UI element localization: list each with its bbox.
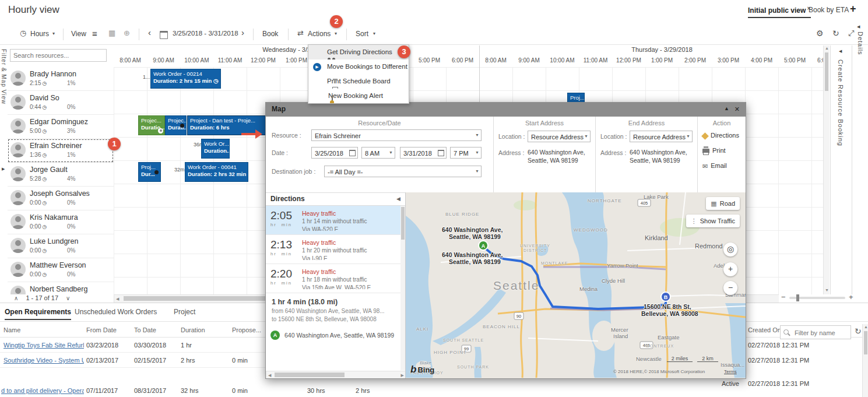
col-header-created-on[interactable]: Created On <box>748 326 781 333</box>
scroll-left-icon[interactable]: ◀ <box>116 297 119 301</box>
tab-initial-public-view[interactable]: Initial public view✕ <box>748 6 811 18</box>
requirement-link[interactable]: d to and pilot delivery - Operati... <box>1 387 84 394</box>
directions-button[interactable]: Directions <box>702 132 739 139</box>
hours-dropdown[interactable]: Hours <box>30 30 49 38</box>
map-canvas[interactable]: 405 90 99 405 A B Lake ParkNORTHGATEBLUE… <box>406 192 746 378</box>
tab-unscheduled-work-orders[interactable]: Unscheduled Work Orders <box>75 308 157 316</box>
route-option[interactable]: 2:05hr min Heavy traffic 1 hr 14 min wit… <box>266 206 405 235</box>
locate-me-button[interactable]: ◎ <box>723 243 737 257</box>
refresh-icon[interactable]: ↻ <box>832 29 839 38</box>
directions-scrollbar[interactable] <box>400 206 405 370</box>
email-button[interactable]: ✉Email <box>702 162 727 170</box>
directions-hscrollbar[interactable]: ◀ ▶ <box>266 371 406 378</box>
fullscreen-icon[interactable]: ⤢ <box>848 29 854 38</box>
search-resources-input[interactable] <box>10 49 107 62</box>
resource-row[interactable]: Norbert Sandberg ◷ <box>8 282 114 294</box>
scroll-up-icon[interactable]: ▲ <box>864 325 868 329</box>
book-button[interactable]: Book <box>262 30 278 38</box>
col-header-duration[interactable]: Duration <box>181 326 205 333</box>
close-dialog-icon[interactable]: ✕ <box>735 106 740 113</box>
collapse-dialog-icon[interactable]: ▲ <box>724 106 729 111</box>
zoom-out-button[interactable]: − <box>723 281 737 295</box>
booking-project-blue[interactable]: Projec... Durati... <box>165 115 187 135</box>
resource-row[interactable]: Joseph Gonsalves 0:00◷0% <box>8 187 114 210</box>
resource-row[interactable]: Luke Lundgren 0:00◷0% <box>8 234 114 258</box>
scroll-thumb[interactable] <box>401 207 405 240</box>
chevron-down-icon[interactable]: ▾ <box>335 31 337 36</box>
zoom-slider[interactable]: − + <box>781 293 857 302</box>
scroll-down-icon[interactable]: ▼ <box>825 288 829 292</box>
actions-dropdown[interactable]: Actions <box>308 30 331 38</box>
time-from-select[interactable]: 8 AM▼ <box>361 147 395 159</box>
col-header-proposed[interactable]: Propose... <box>232 326 261 333</box>
actions-icon[interactable]: ⇄ <box>297 29 304 37</box>
booking-work-order[interactable]: Work Or... Duration...◷ <box>201 139 230 159</box>
list-view-icon[interactable]: ≡ <box>92 29 97 38</box>
scroll-thumb[interactable] <box>864 331 867 354</box>
resource-row[interactable]: Kris Nakamura 0:00◷0% <box>8 210 114 234</box>
page-up-icon[interactable]: ∧ <box>14 295 18 301</box>
prev-range-icon[interactable]: ‹ <box>148 27 151 37</box>
print-button[interactable]: Print <box>702 147 726 154</box>
map-view-icon[interactable]: ⊕ <box>124 29 130 37</box>
destination-job-select[interactable]: -= All Day =-▼ <box>324 166 482 177</box>
time-to-select[interactable]: 7 PM▼ <box>450 147 482 159</box>
tab-open-requirements[interactable]: Open Requirements <box>5 308 71 320</box>
scroll-thumb[interactable] <box>825 52 828 91</box>
resource-row[interactable]: Jorge Gault 5:28◷4% <box>8 163 114 187</box>
next-range-icon[interactable]: › <box>241 27 244 37</box>
route-option[interactable]: 2:20hr min Heavy traffic 1 hr 18 min wit… <box>266 264 405 293</box>
end-address-value[interactable]: 640 Washington Ave, Seattle, WA 98199 <box>630 148 693 164</box>
details-strip[interactable]: ◀ Details <box>855 23 868 93</box>
booking-project-small[interactable]: Proj... <box>567 93 585 103</box>
road-view-button[interactable]: ▦Road <box>706 197 740 210</box>
scroll-up-icon[interactable]: ▲ <box>825 46 829 50</box>
date-to-input[interactable]: 3/31/2018 <box>400 147 447 159</box>
expand-details-icon[interactable]: ◀ <box>857 24 860 29</box>
scroll-thumb[interactable] <box>275 373 345 377</box>
start-location-select[interactable]: Resource Address▼ <box>528 131 591 142</box>
gear-icon[interactable]: ⚙ <box>816 29 824 38</box>
col-header-from-date[interactable]: From Date <box>86 326 117 333</box>
route-option[interactable]: 2:13hr min Heavy traffic 1 hr 20 min wit… <box>266 235 405 264</box>
refresh-icon[interactable]: ↻ <box>855 326 862 336</box>
col-header-name[interactable]: Name <box>3 326 20 333</box>
booking-work-order-00214[interactable]: Work Order - 00214 Duration: 2 hrs 15 mi… <box>150 69 221 89</box>
start-address-value[interactable]: 640 Washington Ave, Seattle, WA 98199 <box>528 148 591 164</box>
resource-row[interactable]: Matthew Everson 0:00◷0% <box>8 258 114 282</box>
add-tab-button[interactable]: + <box>850 3 856 15</box>
chevron-down-icon[interactable]: ▾ <box>373 31 375 36</box>
filter-by-name-input[interactable] <box>793 327 851 339</box>
resource-row[interactable]: David So 0:44◷0% <box>8 91 114 115</box>
zoom-in-button[interactable]: + <box>723 262 737 276</box>
grid-vertical-scrollbar[interactable]: ▲ ▼ <box>823 45 830 294</box>
scroll-left-icon[interactable]: ◀ <box>268 373 271 378</box>
end-location-select[interactable]: Resource Address▼ <box>630 131 693 142</box>
date-range[interactable]: 3/25/2018 - 3/31/2018 <box>173 30 238 37</box>
terms-link[interactable]: Terms <box>724 369 737 374</box>
resource-row[interactable]: Efrain Schreiner 1:36◷1% <box>8 139 114 163</box>
sort-dropdown[interactable]: Sort <box>356 30 368 38</box>
resource-row[interactable]: Edgar Dominguez 5:00◷3% <box>8 115 114 139</box>
resource-row[interactable]: Brady Hannon 2:15◷1% <box>8 67 114 91</box>
requirement-link[interactable]: Southridge Video - System Upgrade <box>3 357 84 364</box>
collapse-directions-icon[interactable]: ◀ <box>396 196 400 202</box>
expand-create-icon[interactable]: ◀ <box>839 49 842 54</box>
resource-select[interactable]: Efrain Schreiner▼ <box>311 129 482 141</box>
booking-project-2[interactable]: Proj... Dur... <box>138 162 161 182</box>
zoom-out-icon[interactable]: − <box>781 293 786 301</box>
page-down-icon[interactable]: ∨ <box>66 295 70 301</box>
actions-menu-item[interactable]: Print Schedule Board <box>308 74 409 89</box>
filter-panel-strip[interactable]: Filter & Map View ▶ <box>0 45 8 294</box>
date-from-input[interactable]: 3/25/2018 <box>311 147 358 159</box>
bottom-vertical-scrollbar[interactable]: ▲ <box>862 324 868 397</box>
actions-menu-item[interactable]: New Booking Alert <box>308 89 409 103</box>
booking-work-order-00041[interactable]: Work Order - 00041 Duration: 2 hrs 32 mi… <box>185 162 248 182</box>
create-resource-booking-strip[interactable]: ◀ Create Resource Booking <box>830 45 852 294</box>
calendar-icon[interactable] <box>160 31 168 39</box>
scroll-right-icon[interactable]: ▶ <box>401 373 404 378</box>
slider-handle[interactable] <box>796 294 799 301</box>
actions-menu-item[interactable]: Get Driving Directions <box>308 45 409 59</box>
grid-view-icon[interactable]: ▦ <box>108 29 115 37</box>
route-step[interactable]: A 640 Washington Ave, Seattle, WA 98199 <box>266 327 405 343</box>
